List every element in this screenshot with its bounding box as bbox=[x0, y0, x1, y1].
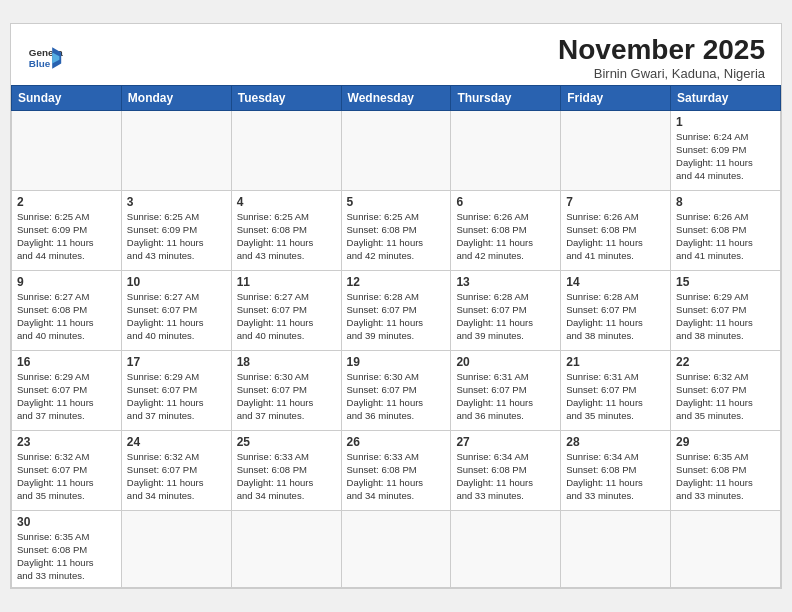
table-row: 14Sunrise: 6:28 AMSunset: 6:07 PMDayligh… bbox=[561, 271, 671, 351]
logo: General Blue bbox=[27, 40, 63, 76]
header-monday: Monday bbox=[121, 86, 231, 111]
table-row bbox=[341, 511, 451, 587]
table-row: 30Sunrise: 6:35 AMSunset: 6:08 PMDayligh… bbox=[12, 511, 122, 587]
calendar-row: 2Sunrise: 6:25 AMSunset: 6:09 PMDaylight… bbox=[12, 191, 781, 271]
table-row: 9Sunrise: 6:27 AMSunset: 6:08 PMDaylight… bbox=[12, 271, 122, 351]
day-number: 17 bbox=[127, 355, 226, 369]
day-number: 1 bbox=[676, 115, 775, 129]
table-row: 23Sunrise: 6:32 AMSunset: 6:07 PMDayligh… bbox=[12, 431, 122, 511]
table-row: 15Sunrise: 6:29 AMSunset: 6:07 PMDayligh… bbox=[671, 271, 781, 351]
table-row: 28Sunrise: 6:34 AMSunset: 6:08 PMDayligh… bbox=[561, 431, 671, 511]
day-info: Sunrise: 6:35 AMSunset: 6:08 PMDaylight:… bbox=[676, 451, 775, 502]
calendar-row: 9Sunrise: 6:27 AMSunset: 6:08 PMDaylight… bbox=[12, 271, 781, 351]
day-number: 20 bbox=[456, 355, 555, 369]
calendar-row: 1Sunrise: 6:24 AMSunset: 6:09 PMDaylight… bbox=[12, 111, 781, 191]
calendar-header: General Blue November 2025 Birnin Gwari,… bbox=[11, 24, 781, 85]
table-row bbox=[231, 511, 341, 587]
table-row: 3Sunrise: 6:25 AMSunset: 6:09 PMDaylight… bbox=[121, 191, 231, 271]
day-info: Sunrise: 6:33 AMSunset: 6:08 PMDaylight:… bbox=[237, 451, 336, 502]
table-row: 1Sunrise: 6:24 AMSunset: 6:09 PMDaylight… bbox=[671, 111, 781, 191]
day-number: 28 bbox=[566, 435, 665, 449]
table-row bbox=[341, 111, 451, 191]
title-section: November 2025 Birnin Gwari, Kaduna, Nige… bbox=[558, 34, 765, 81]
day-number: 26 bbox=[347, 435, 446, 449]
day-info: Sunrise: 6:25 AMSunset: 6:08 PMDaylight:… bbox=[347, 211, 446, 262]
day-number: 23 bbox=[17, 435, 116, 449]
header-thursday: Thursday bbox=[451, 86, 561, 111]
table-row: 10Sunrise: 6:27 AMSunset: 6:07 PMDayligh… bbox=[121, 271, 231, 351]
day-info: Sunrise: 6:27 AMSunset: 6:07 PMDaylight:… bbox=[127, 291, 226, 342]
day-number: 18 bbox=[237, 355, 336, 369]
table-row bbox=[451, 111, 561, 191]
day-info: Sunrise: 6:28 AMSunset: 6:07 PMDaylight:… bbox=[566, 291, 665, 342]
table-row: 18Sunrise: 6:30 AMSunset: 6:07 PMDayligh… bbox=[231, 351, 341, 431]
day-info: Sunrise: 6:26 AMSunset: 6:08 PMDaylight:… bbox=[676, 211, 775, 262]
day-number: 10 bbox=[127, 275, 226, 289]
day-info: Sunrise: 6:31 AMSunset: 6:07 PMDaylight:… bbox=[456, 371, 555, 422]
day-info: Sunrise: 6:29 AMSunset: 6:07 PMDaylight:… bbox=[17, 371, 116, 422]
day-number: 27 bbox=[456, 435, 555, 449]
weekday-header-row: Sunday Monday Tuesday Wednesday Thursday… bbox=[12, 86, 781, 111]
day-number: 19 bbox=[347, 355, 446, 369]
day-number: 5 bbox=[347, 195, 446, 209]
table-row bbox=[231, 111, 341, 191]
header-saturday: Saturday bbox=[671, 86, 781, 111]
calendar-body: 1Sunrise: 6:24 AMSunset: 6:09 PMDaylight… bbox=[12, 111, 781, 587]
day-info: Sunrise: 6:34 AMSunset: 6:08 PMDaylight:… bbox=[456, 451, 555, 502]
table-row: 22Sunrise: 6:32 AMSunset: 6:07 PMDayligh… bbox=[671, 351, 781, 431]
table-row: 4Sunrise: 6:25 AMSunset: 6:08 PMDaylight… bbox=[231, 191, 341, 271]
table-row: 17Sunrise: 6:29 AMSunset: 6:07 PMDayligh… bbox=[121, 351, 231, 431]
day-number: 6 bbox=[456, 195, 555, 209]
table-row bbox=[561, 111, 671, 191]
day-info: Sunrise: 6:28 AMSunset: 6:07 PMDaylight:… bbox=[456, 291, 555, 342]
table-row: 13Sunrise: 6:28 AMSunset: 6:07 PMDayligh… bbox=[451, 271, 561, 351]
table-row: 5Sunrise: 6:25 AMSunset: 6:08 PMDaylight… bbox=[341, 191, 451, 271]
table-row bbox=[12, 111, 122, 191]
header-tuesday: Tuesday bbox=[231, 86, 341, 111]
day-number: 24 bbox=[127, 435, 226, 449]
table-row: 2Sunrise: 6:25 AMSunset: 6:09 PMDaylight… bbox=[12, 191, 122, 271]
table-row: 7Sunrise: 6:26 AMSunset: 6:08 PMDaylight… bbox=[561, 191, 671, 271]
header-sunday: Sunday bbox=[12, 86, 122, 111]
table-row: 21Sunrise: 6:31 AMSunset: 6:07 PMDayligh… bbox=[561, 351, 671, 431]
calendar-row: 30Sunrise: 6:35 AMSunset: 6:08 PMDayligh… bbox=[12, 511, 781, 587]
day-info: Sunrise: 6:30 AMSunset: 6:07 PMDaylight:… bbox=[237, 371, 336, 422]
day-number: 8 bbox=[676, 195, 775, 209]
logo-icon: General Blue bbox=[27, 40, 63, 76]
table-row: 29Sunrise: 6:35 AMSunset: 6:08 PMDayligh… bbox=[671, 431, 781, 511]
day-info: Sunrise: 6:28 AMSunset: 6:07 PMDaylight:… bbox=[347, 291, 446, 342]
day-info: Sunrise: 6:32 AMSunset: 6:07 PMDaylight:… bbox=[676, 371, 775, 422]
day-info: Sunrise: 6:24 AMSunset: 6:09 PMDaylight:… bbox=[676, 131, 775, 182]
day-number: 21 bbox=[566, 355, 665, 369]
table-row: 6Sunrise: 6:26 AMSunset: 6:08 PMDaylight… bbox=[451, 191, 561, 271]
day-info: Sunrise: 6:32 AMSunset: 6:07 PMDaylight:… bbox=[127, 451, 226, 502]
day-number: 7 bbox=[566, 195, 665, 209]
table-row bbox=[561, 511, 671, 587]
day-info: Sunrise: 6:27 AMSunset: 6:08 PMDaylight:… bbox=[17, 291, 116, 342]
day-number: 9 bbox=[17, 275, 116, 289]
table-row: 25Sunrise: 6:33 AMSunset: 6:08 PMDayligh… bbox=[231, 431, 341, 511]
table-row: 12Sunrise: 6:28 AMSunset: 6:07 PMDayligh… bbox=[341, 271, 451, 351]
day-info: Sunrise: 6:29 AMSunset: 6:07 PMDaylight:… bbox=[676, 291, 775, 342]
table-row bbox=[671, 511, 781, 587]
day-number: 22 bbox=[676, 355, 775, 369]
day-number: 16 bbox=[17, 355, 116, 369]
svg-text:Blue: Blue bbox=[29, 58, 51, 69]
month-title: November 2025 bbox=[558, 34, 765, 66]
day-info: Sunrise: 6:25 AMSunset: 6:08 PMDaylight:… bbox=[237, 211, 336, 262]
table-row: 11Sunrise: 6:27 AMSunset: 6:07 PMDayligh… bbox=[231, 271, 341, 351]
day-number: 29 bbox=[676, 435, 775, 449]
table-row: 27Sunrise: 6:34 AMSunset: 6:08 PMDayligh… bbox=[451, 431, 561, 511]
table-row: 24Sunrise: 6:32 AMSunset: 6:07 PMDayligh… bbox=[121, 431, 231, 511]
day-info: Sunrise: 6:26 AMSunset: 6:08 PMDaylight:… bbox=[456, 211, 555, 262]
location: Birnin Gwari, Kaduna, Nigeria bbox=[558, 66, 765, 81]
day-number: 15 bbox=[676, 275, 775, 289]
day-number: 2 bbox=[17, 195, 116, 209]
day-info: Sunrise: 6:26 AMSunset: 6:08 PMDaylight:… bbox=[566, 211, 665, 262]
calendar-row: 16Sunrise: 6:29 AMSunset: 6:07 PMDayligh… bbox=[12, 351, 781, 431]
day-info: Sunrise: 6:33 AMSunset: 6:08 PMDaylight:… bbox=[347, 451, 446, 502]
table-row: 26Sunrise: 6:33 AMSunset: 6:08 PMDayligh… bbox=[341, 431, 451, 511]
table-row bbox=[121, 511, 231, 587]
day-number: 3 bbox=[127, 195, 226, 209]
day-info: Sunrise: 6:25 AMSunset: 6:09 PMDaylight:… bbox=[17, 211, 116, 262]
